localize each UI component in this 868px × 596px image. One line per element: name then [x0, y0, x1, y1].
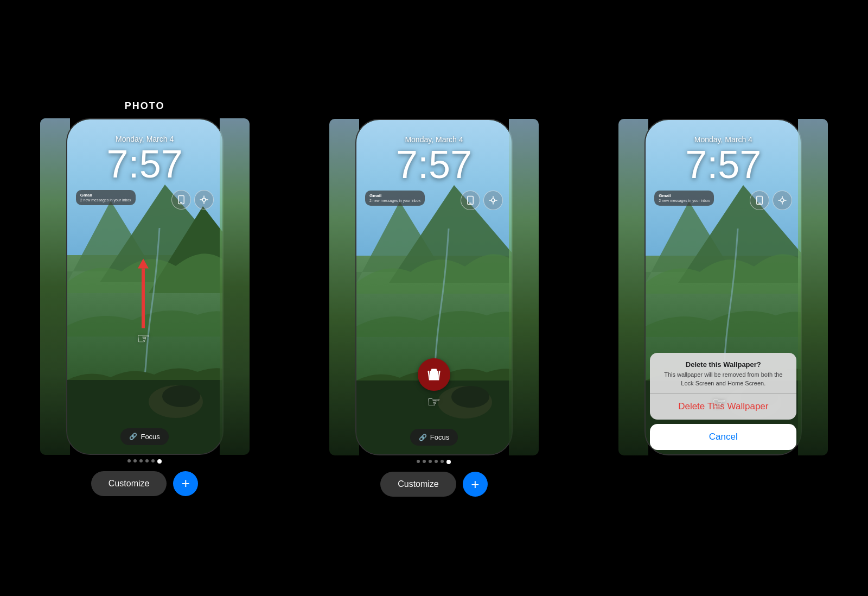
dot-1: [127, 459, 131, 462]
svg-rect-36: [435, 373, 436, 378]
ls-focus-bar-1: 🔗 Focus: [120, 428, 168, 445]
svg-rect-17: [329, 119, 359, 455]
hand-cursor-3: ☞: [712, 394, 726, 412]
trash-icon-2: [426, 367, 442, 382]
panel-1-label: PHOTO: [125, 100, 165, 112]
phone-screen-3: Monday, March 4 7:57 Gmail 2 new message…: [646, 120, 801, 454]
crosshair-widget-icon-1: [194, 190, 214, 210]
right-peek-1: [220, 118, 250, 455]
dots-2: [417, 460, 451, 464]
focus-label-1: Focus: [141, 433, 159, 441]
dot2-2: [423, 460, 426, 463]
ls-focus-bar-2: 🔗 Focus: [410, 429, 458, 446]
svg-rect-16: [220, 118, 250, 455]
svg-point-11: [202, 198, 206, 201]
dot-2: [133, 459, 137, 462]
phone-frame-3[interactable]: Monday, March 4 7:57 Gmail 2 new message…: [644, 119, 802, 455]
crosshair-widget-icon-3: [773, 191, 792, 210]
focus-icon-1: 🔗: [129, 433, 137, 440]
ls-notification-3: Gmail 2 new messages in your inbox: [654, 191, 714, 206]
ls-widgets-2: Gmail 2 new messages in your inbox: [356, 191, 512, 210]
ls-widgets-1: Gmail 2 new messages in your inbox: [67, 190, 222, 210]
ls-notification-2: Gmail 2 new messages in your inbox: [365, 191, 425, 206]
up-arrow-annotation: ☞: [137, 259, 150, 347]
svg-point-48: [781, 199, 784, 202]
left-peek: [40, 118, 70, 455]
ls-time-3: 7:57: [646, 145, 801, 184]
ls-widget-icons-2: [461, 191, 503, 210]
phone-widget-icon-3: [750, 191, 769, 210]
lock-screen-content-1: Monday, March 4 7:57 Gmail 2 new message…: [67, 119, 222, 454]
svg-point-27: [492, 199, 495, 202]
ls-widget-icons-1: [171, 190, 214, 210]
lock-screen-content-2: Monday, March 4 7:57 Gmail 2 new message…: [356, 120, 512, 454]
dot2-4: [435, 460, 438, 463]
phone-frame-2[interactable]: Monday, March 4 7:57 Gmail 2 new message…: [355, 119, 513, 455]
ls-notification-1: Gmail 2 new messages in your inbox: [76, 190, 136, 205]
ls-notif-body-3: 2 new messages in your inbox: [659, 198, 710, 203]
dot2-6-active: [446, 460, 451, 464]
bottom-bar-2: Customize +: [380, 472, 488, 497]
phone-screen-2: Monday, March 4 7:57 Gmail 2 new message…: [356, 120, 512, 454]
svg-rect-47: [758, 203, 761, 204]
svg-rect-53: [798, 119, 828, 455]
ls-time-2: 7:57: [356, 145, 512, 184]
ls-widgets-3: Gmail 2 new messages in your inbox: [646, 191, 801, 210]
dialog-header: Delete this Wallpaper? This wallpaper wi…: [650, 353, 796, 393]
panel-1: PHOTO: [15, 0, 275, 596]
add-button-1[interactable]: +: [173, 471, 198, 496]
dots-1: [127, 459, 162, 464]
ls-notif-title-2: Gmail: [369, 193, 420, 198]
left-peek-3: [618, 119, 648, 455]
panel-3: Monday, March 4 7:57 Gmail 2 new message…: [593, 0, 853, 596]
dot2-5: [441, 460, 444, 463]
svg-rect-26: [469, 203, 472, 204]
trash-delete-area[interactable]: ☞: [418, 358, 450, 411]
panel-2: Monday, March 4 7:57 Gmail 2 new message…: [304, 0, 564, 596]
ls-notif-title-1: Gmail: [80, 193, 131, 198]
panel-3-container: Monday, March 4 7:57 Gmail 2 new message…: [644, 119, 802, 455]
action-sheet[interactable]: Delete this Wallpaper? This wallpaper wi…: [646, 348, 801, 454]
svg-rect-37: [509, 119, 539, 455]
customize-button-1[interactable]: Customize: [91, 471, 167, 496]
crosshair-widget-icon-2: [483, 191, 503, 210]
focus-label-2: Focus: [430, 433, 449, 441]
dot-6-active: [157, 459, 162, 464]
focus-icon-2: 🔗: [419, 434, 427, 441]
cancel-button[interactable]: Cancel: [650, 424, 796, 450]
right-peek-2: [509, 119, 539, 455]
trash-button-2[interactable]: [418, 358, 450, 391]
svg-rect-0: [40, 118, 70, 455]
customize-button-2[interactable]: Customize: [380, 472, 456, 497]
dot-4: [145, 459, 149, 462]
ls-notif-body-2: 2 new messages in your inbox: [369, 198, 420, 203]
dot2-1: [417, 460, 420, 463]
right-peek-3: [798, 119, 828, 455]
panel-1-container: Monday, March 4 7:57 Gmail 2 new message…: [66, 118, 224, 455]
cancel-box: Cancel: [650, 424, 796, 450]
panel-2-container: Monday, March 4 7:57 Gmail 2 new message…: [355, 119, 513, 455]
phone-frame-1[interactable]: Monday, March 4 7:57 Gmail 2 new message…: [66, 118, 224, 455]
ls-time-1: 7:57: [67, 144, 222, 183]
add-button-2[interactable]: +: [463, 472, 488, 497]
dialog-title: Delete this Wallpaper?: [659, 360, 788, 369]
dot-3: [139, 459, 143, 462]
bottom-bar-1: Customize +: [91, 471, 199, 496]
dot-5: [151, 459, 155, 462]
ls-notif-body-1: 2 new messages in your inbox: [80, 198, 131, 202]
dot2-3: [429, 460, 432, 463]
phone-screen-1: Monday, March 4 7:57 Gmail 2 new message…: [67, 119, 222, 454]
svg-rect-38: [618, 119, 648, 455]
svg-rect-35: [432, 373, 433, 378]
left-peek-2: [329, 119, 359, 455]
svg-rect-10: [180, 202, 182, 203]
ls-widget-icons-3: [750, 191, 792, 210]
ls-notif-title-3: Gmail: [659, 193, 710, 198]
phone-widget-icon-2: [461, 191, 480, 210]
dialog-body: This wallpaper will be removed from both…: [659, 371, 788, 388]
hand-cursor-2: ☞: [427, 393, 441, 411]
phone-widget-icon-1: [171, 190, 191, 210]
